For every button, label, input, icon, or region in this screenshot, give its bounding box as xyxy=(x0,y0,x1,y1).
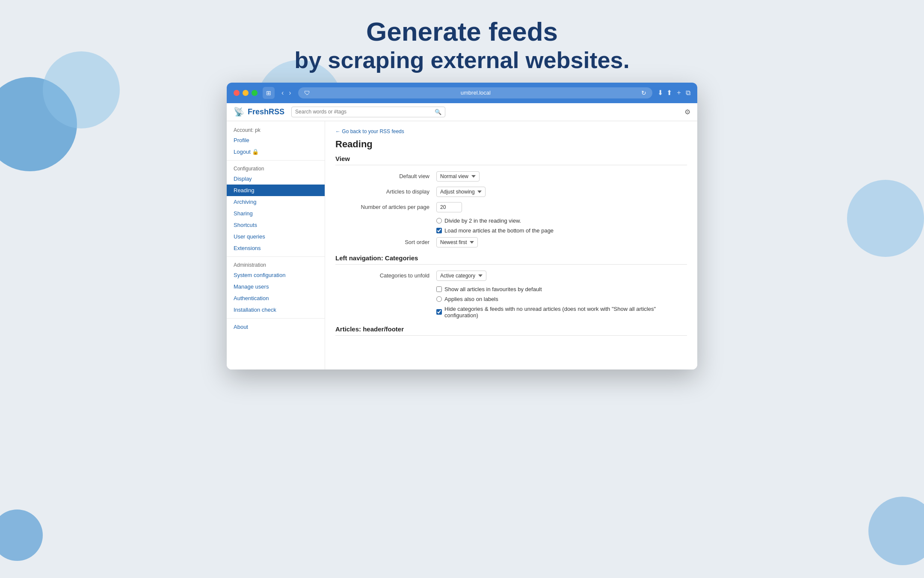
label-default-view: Default view xyxy=(335,173,429,179)
search-bar: 🔍 xyxy=(291,107,445,117)
checkbox-load-more[interactable] xyxy=(436,228,442,233)
radio-divide-by-2[interactable] xyxy=(436,218,442,223)
sidebar-divider-1 xyxy=(227,160,325,161)
radio-row-divide-by-2: Divide by 2 in the reading view. xyxy=(335,217,687,224)
sidebar-item-manage-users[interactable]: Manage users xyxy=(227,281,325,292)
checkbox-row-show-all-favourites: Show all articles in favourites by defau… xyxy=(335,286,687,292)
section-view: View Default view Normal view Global vie… xyxy=(335,155,687,247)
address-bar[interactable]: 🛡 umbrel.local ↻ xyxy=(298,87,652,98)
app-header: 📡 FreshRSS 🔍 ⚙ xyxy=(227,103,697,121)
input-articles-per-page[interactable] xyxy=(436,202,462,212)
browser-actions: ⬇ ⬆ ＋ ⧉ xyxy=(657,88,690,97)
label-sort-order: Sort order xyxy=(335,239,429,245)
bg-circle-bottom-right xyxy=(868,497,924,565)
maximize-button[interactable] xyxy=(252,90,258,96)
minimize-button[interactable] xyxy=(243,90,249,96)
bg-circle-bottom-left xyxy=(0,509,43,561)
refresh-icon[interactable]: ↻ xyxy=(641,89,646,96)
select-sort-order[interactable]: Newest first Oldest first xyxy=(436,237,478,247)
section-left-nav: Left navigation: Categories Categories t… xyxy=(335,254,687,319)
checkbox-hide-categories[interactable] xyxy=(436,309,442,315)
app-logo-text: FreshRSS xyxy=(248,107,284,116)
security-icon: 🛡 xyxy=(304,89,310,96)
checkbox-row-load-more: Load more articles at the bottom of the … xyxy=(335,227,687,234)
control-articles-display: Adjust showing All articles Unread artic… xyxy=(436,187,486,197)
select-default-view[interactable]: Normal view Global view Reader view xyxy=(436,171,480,182)
app-body: Account: pk Profile Logout 🔒 Configurati… xyxy=(227,121,697,369)
form-row-categories-unfold: Categories to unfold Active category All… xyxy=(335,271,687,281)
page-title: Reading xyxy=(335,139,687,150)
section-left-nav-title: Left navigation: Categories xyxy=(335,254,687,265)
sidebar-item-shortcuts[interactable]: Shortcuts xyxy=(227,219,325,231)
tab-overview-icon[interactable]: ⧉ xyxy=(686,89,690,97)
sidebar-account-label: Account: pk xyxy=(227,125,325,134)
checkbox-row-hide-categories: Hide categories & feeds with no unread a… xyxy=(335,306,687,319)
checkbox-show-all-favourites[interactable] xyxy=(436,286,442,292)
radio-applies-on-labels[interactable] xyxy=(436,296,442,302)
sidebar-item-reading[interactable]: Reading xyxy=(227,185,325,196)
sidebar-item-sharing[interactable]: Sharing xyxy=(227,208,325,219)
sidebar-configuration-label: Configuration xyxy=(227,163,325,173)
headline-section: Generate feeds by scraping external webs… xyxy=(0,0,924,83)
label-articles-per-page: Number of articles per page xyxy=(335,204,429,210)
browser-wrapper: ⊞ ‹ › 🛡 umbrel.local ↻ ⬇ ⬆ ＋ ⧉ 📡 FreshRS… xyxy=(0,83,924,369)
sidebar-item-about[interactable]: About xyxy=(227,321,325,333)
label-categories-unfold: Categories to unfold xyxy=(335,272,429,279)
select-categories-unfold[interactable]: Active category All categories None xyxy=(436,271,486,281)
search-icon[interactable]: 🔍 xyxy=(435,109,441,115)
settings-icon[interactable]: ⚙ xyxy=(684,108,690,116)
form-row-sort-order: Sort order Newest first Oldest first xyxy=(335,237,687,247)
control-default-view: Normal view Global view Reader view xyxy=(436,171,480,182)
sidebar-item-installation-check[interactable]: Installation check xyxy=(227,304,325,316)
download-icon[interactable]: ⬇ xyxy=(657,89,663,97)
control-articles-per-page xyxy=(436,202,462,212)
forward-nav-button[interactable]: › xyxy=(287,89,293,97)
section-articles-header-footer: Articles: header/footer xyxy=(335,325,687,336)
sidebar-divider-2 xyxy=(227,256,325,257)
section-articles-header-footer-title: Articles: header/footer xyxy=(335,325,687,336)
nav-buttons: ‹ › xyxy=(280,89,293,97)
back-link[interactable]: ← Go back to your RSS feeds xyxy=(335,128,404,134)
form-row-articles-per-page: Number of articles per page xyxy=(335,202,687,212)
url-text: umbrel.local xyxy=(314,89,638,96)
form-row-default-view: Default view Normal view Global view Rea… xyxy=(335,171,687,182)
sidebar-item-system-configuration[interactable]: System configuration xyxy=(227,269,325,281)
sidebar-item-user-queries[interactable]: User queries xyxy=(227,231,325,242)
browser-chrome: ⊞ ‹ › 🛡 umbrel.local ↻ ⬇ ⬆ ＋ ⧉ xyxy=(227,83,697,103)
label-show-all-favourites: Show all articles in favourites by defau… xyxy=(444,286,542,292)
back-nav-button[interactable]: ‹ xyxy=(280,89,285,97)
control-categories-unfold: Active category All categories None xyxy=(436,271,486,281)
sidebar-toggle-button[interactable]: ⊞ xyxy=(263,87,275,99)
app-logo[interactable]: 📡 FreshRSS xyxy=(234,107,284,117)
browser-window: ⊞ ‹ › 🛡 umbrel.local ↻ ⬇ ⬆ ＋ ⧉ 📡 FreshRS… xyxy=(227,83,697,369)
radio-row-applies-on-labels: Applies also on labels xyxy=(335,296,687,302)
close-button[interactable] xyxy=(234,90,240,96)
traffic-lights xyxy=(234,90,258,96)
control-sort-order: Newest first Oldest first xyxy=(436,237,478,247)
sidebar: Account: pk Profile Logout 🔒 Configurati… xyxy=(227,121,325,369)
search-input[interactable] xyxy=(295,109,435,115)
main-content: ← Go back to your RSS feeds Reading View… xyxy=(325,121,697,369)
sidebar-administration-label: Administration xyxy=(227,259,325,269)
logo-icon: 📡 xyxy=(234,107,244,117)
new-tab-icon[interactable]: ＋ xyxy=(675,88,682,97)
share-icon[interactable]: ⬆ xyxy=(666,89,672,97)
sidebar-item-logout[interactable]: Logout 🔒 xyxy=(227,146,325,158)
sidebar-item-profile[interactable]: Profile xyxy=(227,134,325,146)
label-articles-display: Articles to display xyxy=(335,188,429,195)
sidebar-item-display[interactable]: Display xyxy=(227,173,325,185)
sidebar-item-authentication[interactable]: Authentication xyxy=(227,292,325,304)
sidebar-item-archiving[interactable]: Archiving xyxy=(227,196,325,208)
label-hide-categories: Hide categories & feeds with no unread a… xyxy=(444,306,687,319)
form-row-articles-display: Articles to display Adjust showing All a… xyxy=(335,187,687,197)
section-view-title: View xyxy=(335,155,687,165)
sidebar-item-extensions[interactable]: Extensions xyxy=(227,242,325,254)
label-divide-by-2: Divide by 2 in the reading view. xyxy=(444,217,521,224)
select-articles-display[interactable]: Adjust showing All articles Unread artic… xyxy=(436,187,486,197)
headline-line2: by scraping external websites. xyxy=(9,46,915,74)
label-applies-on-labels: Applies also on labels xyxy=(444,296,498,302)
headline-line1: Generate feeds xyxy=(9,17,915,46)
sidebar-divider-3 xyxy=(227,318,325,319)
label-load-more: Load more articles at the bottom of the … xyxy=(444,227,554,234)
